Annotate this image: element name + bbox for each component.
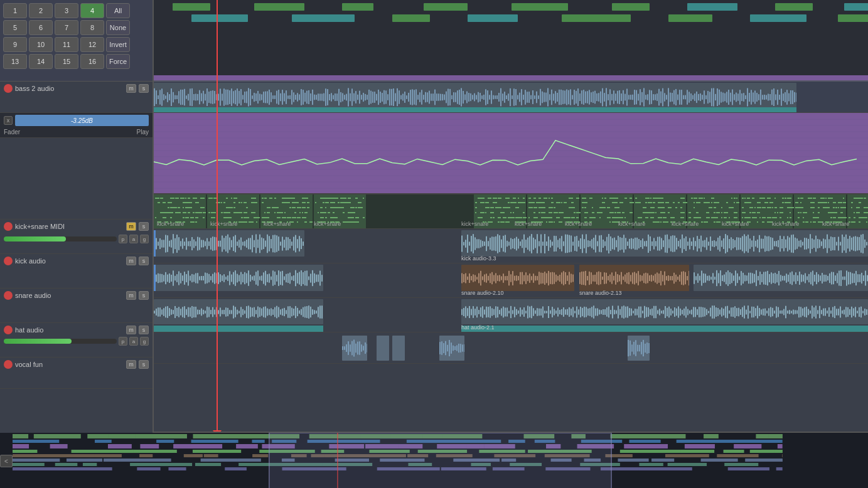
num-btn-9[interactable]: 9 <box>3 37 27 52</box>
num-btn-none[interactable]: None <box>106 20 130 35</box>
num-row-4: 13 14 15 16 Force <box>3 54 149 69</box>
automation-track[interactable] <box>154 113 868 194</box>
kicksnare-track-name: kick+snare MIDI <box>15 223 124 230</box>
num-row-1: 1 2 3 4 All <box>3 3 149 18</box>
mini-map-content[interactable] <box>13 433 868 488</box>
bass2-mute-button[interactable]: m <box>126 84 136 93</box>
num-btn-2[interactable]: 2 <box>29 3 53 18</box>
hat-track-name: hat audio <box>15 326 124 334</box>
bass2-track-name: bass 2 audio <box>15 85 124 92</box>
hat-audio-control: hat audio m s p a g <box>0 323 153 358</box>
fader-display: x -3.25dB Fader Play <box>0 113 153 138</box>
hat-audio-label: hat audio-2.1 <box>461 324 495 331</box>
kicksnare-clip-label-1: kick+snare <box>157 221 184 227</box>
hat-mute-button[interactable]: m <box>126 326 136 334</box>
vocal-solo-button[interactable]: s <box>139 360 149 369</box>
num-btn-1[interactable]: 1 <box>3 3 27 18</box>
fader-labels: Fader Play <box>4 129 149 135</box>
content-area: kick+snare kick+snare kick+snare kick+sn… <box>154 0 868 432</box>
automation-control-space <box>0 138 153 220</box>
kick-track-name: kick audio <box>15 257 124 265</box>
num-btn-7[interactable]: 7 <box>55 20 78 35</box>
num-row-3: 9 10 11 12 Invert <box>3 37 149 52</box>
hat-p-button[interactable]: p <box>119 337 127 346</box>
num-btn-15[interactable]: 15 <box>55 54 78 69</box>
mini-map: < <box>0 432 868 488</box>
hat-a-button[interactable]: a <box>129 337 138 346</box>
kick-mute-button[interactable]: m <box>126 257 136 265</box>
hat-audio-track[interactable]: hat audio-2.1 <box>154 298 868 332</box>
snare-audio-label-2: snare audio-2.13 <box>579 290 622 296</box>
vocal-fun-track[interactable] <box>154 332 868 364</box>
kicksnare-rec-button[interactable] <box>4 222 13 231</box>
kicksnare-clip-label-3: kick+snare <box>264 221 291 227</box>
num-btn-11[interactable]: 11 <box>55 37 78 52</box>
snare-mute-button[interactable]: m <box>126 291 136 300</box>
number-pad-area: 1 2 3 4 All 5 6 7 8 None 9 10 11 12 Inve… <box>0 0 153 82</box>
hat-solo-button[interactable]: s <box>139 326 149 334</box>
num-btn-10[interactable]: 10 <box>29 37 53 52</box>
top-midi-row[interactable] <box>154 0 868 82</box>
snare-audio-control: snare audio m s <box>0 289 153 323</box>
num-btn-13[interactable]: 13 <box>3 54 27 69</box>
collapse-button[interactable]: < <box>0 455 13 467</box>
fader-value[interactable]: -3.25dB <box>15 115 149 126</box>
main-layout: 1 2 3 4 All 5 6 7 8 None 9 10 11 12 Inve… <box>0 0 868 488</box>
kicksnare-clip-label-2: kick+snare <box>210 221 237 227</box>
kicksnare-a-button[interactable]: a <box>129 235 138 243</box>
num-btn-12[interactable]: 12 <box>80 37 104 52</box>
vocal-rec-button[interactable] <box>4 360 13 369</box>
left-panel: 1 2 3 4 All 5 6 7 8 None 9 10 11 12 Inve… <box>0 0 154 433</box>
kick-audio-label: kick audio-3.3 <box>461 255 496 262</box>
num-btn-invert[interactable]: Invert <box>106 37 130 52</box>
vocal-mute-button[interactable]: m <box>126 360 136 369</box>
num-btn-4[interactable]: 4 <box>80 3 104 18</box>
kicksnare-clip-label-8: kick+snare <box>618 221 645 227</box>
num-btn-14[interactable]: 14 <box>29 54 53 69</box>
vocal-track-name: vocal fun <box>15 361 124 368</box>
num-btn-6[interactable]: 6 <box>29 20 53 35</box>
num-btn-5[interactable]: 5 <box>3 20 27 35</box>
num-btn-8[interactable]: 8 <box>80 20 104 35</box>
kicksnare-midi-control: kick+snare MIDI m s p a g <box>0 220 153 254</box>
snare-solo-button[interactable]: s <box>139 291 149 300</box>
kick-rec-button[interactable] <box>4 257 13 265</box>
kicksnare-midi-track[interactable]: kick+snare kick+snare kick+snare kick+sn… <box>154 194 868 229</box>
kicksnare-clip-label-11: kick+snare <box>772 221 799 227</box>
kicksnare-solo-button[interactable]: s <box>139 222 149 231</box>
num-btn-force[interactable]: Force <box>106 54 130 69</box>
snare-rec-button[interactable] <box>4 291 13 300</box>
num-btn-16[interactable]: 16 <box>80 54 104 69</box>
kicksnare-clip-label-12: kick+snare <box>822 221 849 227</box>
snare-audio-label-1: snare audio-2.10 <box>461 290 504 296</box>
hat-g-button[interactable]: g <box>140 337 149 346</box>
num-btn-3[interactable]: 3 <box>55 3 78 18</box>
fader-close-button[interactable]: x <box>4 116 13 125</box>
num-btn-all[interactable]: All <box>106 3 130 18</box>
kick-solo-button[interactable]: s <box>139 257 149 265</box>
kicksnare-g-button[interactable]: g <box>140 235 149 243</box>
hat-rec-button[interactable] <box>4 326 13 334</box>
vocal-audio-control: vocal fun m s <box>0 358 153 389</box>
bass2-audio-control: bass 2 audio m s <box>0 82 153 113</box>
kicksnare-clip-label-5: kick+snare <box>461 221 488 227</box>
bass2-audio-track[interactable] <box>154 82 868 113</box>
snare-track-name: snare audio <box>15 292 124 299</box>
snare-audio-track[interactable]: snare audio-2.10 snare audio-2.13 <box>154 263 868 298</box>
bass2-solo-button[interactable]: s <box>139 84 149 93</box>
kicksnare-clip-label-4: kick+snare <box>314 221 341 227</box>
kicksnare-clip-label-9: kick+snare <box>672 221 699 227</box>
kicksnare-mute-button[interactable]: m <box>126 222 136 231</box>
kick-audio-track[interactable]: kick audio-3.3 <box>154 229 868 263</box>
kicksnare-clip-label-6: kick+snare <box>515 221 542 227</box>
kicksnare-clip-label-7: kick+snare <box>565 221 592 227</box>
fader-mode-label: Fader <box>4 129 20 135</box>
kicksnare-p-button[interactable]: p <box>119 235 127 243</box>
kick-audio-control: kick audio m s <box>0 254 153 289</box>
bass2-rec-button[interactable] <box>4 84 13 93</box>
num-row-2: 5 6 7 8 None <box>3 20 149 35</box>
play-label[interactable]: Play <box>137 129 149 135</box>
kicksnare-clip-label-10: kick+snare <box>722 221 749 227</box>
